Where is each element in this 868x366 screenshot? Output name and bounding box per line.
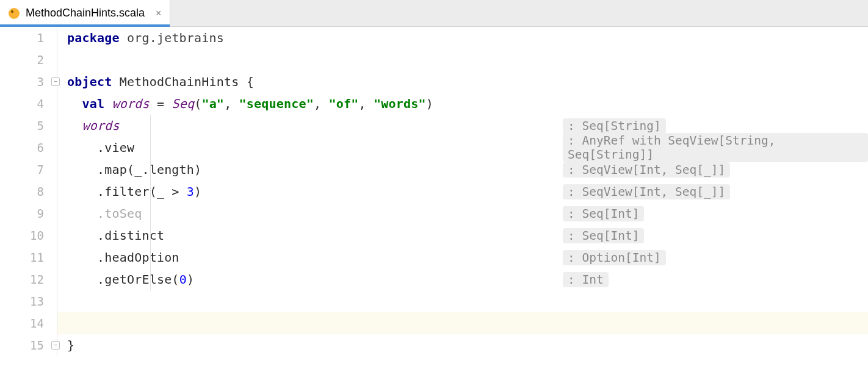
scala-file-icon (7, 7, 21, 20)
svg-point-1 (11, 10, 13, 12)
code-content[interactable]: package org.jetbrains (57, 30, 868, 45)
line-number: 13 (0, 295, 44, 308)
indent-guide (150, 246, 151, 268)
type-hint: : Seq[Int] (563, 228, 644, 243)
code-content[interactable]: .distinct (57, 228, 868, 243)
indent-guide (150, 181, 151, 203)
indent-guide (150, 268, 151, 290)
type-hint: : Seq[String] (563, 118, 666, 134)
code-content[interactable]: .toSeq (57, 206, 868, 221)
code-line[interactable]: 11 .headOption: Option[Int] (57, 246, 868, 268)
code-content[interactable]: words (57, 118, 868, 133)
code-container[interactable]: 1package org.jetbrains23−object MethodCh… (57, 27, 868, 356)
type-hint: : Option[Int] (563, 250, 666, 265)
type-hint: : SeqView[Int, Seq[_]] (563, 184, 730, 199)
line-number: 7 (0, 163, 44, 176)
line-number: 3 (0, 75, 44, 88)
code-line[interactable]: 3−object MethodChainHints { (57, 71, 868, 93)
code-content[interactable]: .headOption (57, 250, 868, 265)
tab-filename: MethodChainHints.scala (26, 7, 145, 20)
type-hint: : Seq[Int] (563, 206, 644, 221)
code-content[interactable]: } (57, 338, 868, 353)
code-line[interactable]: 6 .view: AnyRef with SeqView[String, Seq… (57, 137, 868, 159)
code-line[interactable]: 2 (57, 49, 868, 71)
editor-tab[interactable]: MethodChainHints.scala × (0, 0, 170, 26)
line-number: 11 (0, 251, 44, 264)
code-content[interactable]: .filter(_ > 3) (57, 184, 868, 199)
fold-icon[interactable]: − (51, 77, 60, 86)
code-line[interactable]: 4 val words = Seq("a", "sequence", "of",… (57, 93, 868, 115)
line-number: 1 (0, 31, 44, 45)
indent-guide (150, 137, 151, 159)
code-line[interactable]: 10 .distinct: Seq[Int] (57, 224, 868, 246)
indent-guide (150, 203, 151, 224)
line-number: 10 (0, 229, 44, 242)
type-hint: : AnyRef with SeqView[String, Seq[String… (563, 133, 868, 162)
code-line[interactable]: 13 (57, 290, 868, 312)
indent-guide (150, 159, 151, 181)
code-content[interactable]: object MethodChainHints { (57, 74, 868, 89)
line-number: 12 (0, 273, 44, 286)
code-line[interactable]: 9 .toSeq: Seq[Int] (57, 203, 868, 224)
close-icon[interactable]: × (153, 8, 164, 19)
tab-bar: MethodChainHints.scala × (0, 0, 868, 27)
line-number: 8 (0, 185, 44, 198)
line-number: 5 (0, 119, 44, 132)
fold-icon[interactable]: − (51, 341, 60, 350)
code-line[interactable]: 15−} (57, 334, 868, 356)
code-line[interactable]: 14 (57, 312, 868, 334)
line-number: 2 (0, 53, 44, 66)
code-content[interactable]: .getOrElse(0) (57, 272, 868, 287)
code-line[interactable]: 1package org.jetbrains (57, 27, 868, 49)
line-number: 15 (0, 339, 44, 352)
svg-point-0 (9, 8, 20, 19)
code-line[interactable]: 7 .map(_.length): SeqView[Int, Seq[_]] (57, 159, 868, 181)
line-number: 14 (0, 317, 44, 330)
line-number: 9 (0, 207, 44, 220)
line-number: 6 (0, 141, 44, 154)
line-number: 4 (0, 97, 44, 110)
indent-guide (150, 115, 151, 137)
editor-area[interactable]: 1package org.jetbrains23−object MethodCh… (0, 27, 868, 356)
code-content[interactable]: .map(_.length) (57, 162, 868, 177)
type-hint: : SeqView[Int, Seq[_]] (563, 162, 730, 178)
code-line[interactable]: 8 .filter(_ > 3): SeqView[Int, Seq[_]] (57, 181, 868, 203)
code-line[interactable]: 12 .getOrElse(0): Int (57, 268, 868, 290)
code-content[interactable]: val words = Seq("a", "sequence", "of", "… (57, 96, 868, 111)
type-hint: : Int (563, 272, 609, 287)
indent-guide (150, 224, 151, 246)
